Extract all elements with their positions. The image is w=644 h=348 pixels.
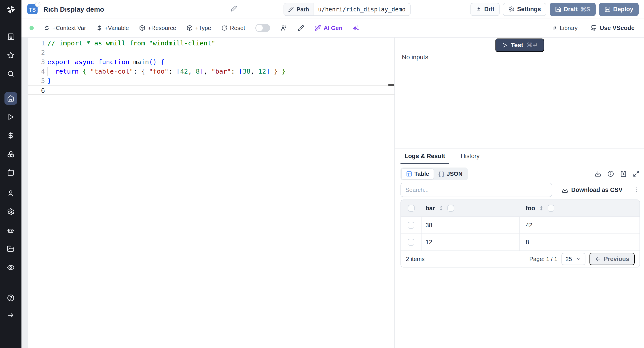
line-number: 4 <box>28 67 45 76</box>
gear-icon <box>508 6 514 12</box>
sidebar-group-top <box>4 30 17 80</box>
tab-logs-result[interactable]: Logs & Result <box>404 148 446 164</box>
ai-suggestions-button[interactable] <box>353 24 359 31</box>
edit-title-pencil-icon[interactable] <box>230 5 237 12</box>
row-checkbox[interactable] <box>408 239 414 246</box>
col-bar-label: bar <box>426 205 435 212</box>
view-table-button[interactable]: Table <box>402 168 434 179</box>
code-text: export async function main() { <box>48 57 164 67</box>
dollar-icon <box>96 25 102 31</box>
code-line-current: 6 <box>28 86 394 95</box>
page-size-select[interactable]: 25 <box>562 253 586 265</box>
line-number: 6 <box>28 86 45 94</box>
format-code-button[interactable] <box>298 24 304 31</box>
refresh-icon <box>222 25 228 31</box>
download-csv-button[interactable]: Download as CSV <box>562 186 622 194</box>
code-text: // import * as wmill from "windmill-clie… <box>48 38 215 48</box>
github-icon <box>590 24 597 31</box>
result-header: Table { } JSON <box>400 167 640 181</box>
multiplayer-button[interactable] <box>280 24 287 31</box>
sidebar-item-user[interactable] <box>4 187 17 200</box>
settings-label: Settings <box>517 6 541 13</box>
add-context-var-label: +Context Var <box>52 24 86 32</box>
search-input[interactable] <box>400 183 552 197</box>
add-variable-button[interactable]: +Variable <box>96 24 129 32</box>
settings-button[interactable]: Settings <box>503 3 546 16</box>
add-type-button[interactable]: +Type <box>186 24 211 32</box>
deploy-button[interactable]: Deploy <box>599 3 639 16</box>
draft-shortcut: ⌘S <box>580 6 590 13</box>
table-body: 3842128 <box>401 217 640 251</box>
eye-icon <box>7 264 14 271</box>
cell-bar: 12 <box>422 234 520 250</box>
sidebar-item-bot[interactable] <box>4 224 17 236</box>
sidebar-item-building[interactable] <box>4 30 17 43</box>
topbar-actions: Diff Settings Draft ⌘S Deploy <box>470 3 639 16</box>
download-icon[interactable] <box>594 170 601 177</box>
view-table-label: Table <box>414 170 429 177</box>
diff-mode-toggle[interactable] <box>255 24 270 32</box>
script-path-chip[interactable]: Path u/henri/rich_display_demo <box>284 3 410 16</box>
add-type-label: +Type <box>195 24 211 32</box>
sidebar-item-eye[interactable] <box>4 261 17 274</box>
toggle-knob <box>256 24 263 31</box>
search-icon <box>7 70 14 78</box>
reset-button[interactable]: Reset <box>222 24 245 32</box>
test-shortcut: ⌘↵ <box>526 42 538 49</box>
save-icon <box>555 6 561 12</box>
header-col-foo: foo <box>520 200 640 216</box>
sidebar-item-help[interactable] <box>4 292 17 304</box>
sort-icon[interactable] <box>438 205 444 211</box>
clipboard-copy-icon[interactable] <box>620 170 627 177</box>
sidebar-item-star[interactable] <box>4 49 17 62</box>
windmill-logo-icon[interactable] <box>6 0 15 19</box>
draft-button[interactable]: Draft ⌘S <box>550 3 596 16</box>
sidebar-item-calendar[interactable] <box>4 166 17 179</box>
status-dot <box>30 26 34 30</box>
add-context-var-button[interactable]: +Context Var <box>44 24 86 32</box>
code-editor[interactable]: 1// import * as wmill from "windmill-cli… <box>22 38 394 348</box>
kebab-menu-icon[interactable] <box>633 186 640 193</box>
typescript-badge: TS <box>27 4 38 15</box>
sidebar-item-dollar[interactable] <box>4 129 17 142</box>
expand-icon[interactable] <box>633 170 640 177</box>
sidebar-item-home[interactable] <box>4 92 17 105</box>
table-footer: 2 items Page: 1 / 1 25 Previous <box>401 251 640 267</box>
diff-icon <box>476 6 482 12</box>
top-bar: TS Rich Display demo Path u/henri/rich_d… <box>22 0 644 19</box>
row-checkbox-cell <box>401 217 422 234</box>
library-button[interactable]: Library <box>551 24 577 32</box>
sort-icon[interactable] <box>538 205 544 211</box>
add-resource-label: +Resource <box>148 24 176 32</box>
settings-icon <box>7 208 14 216</box>
draft-label: Draft <box>564 6 578 13</box>
previous-page-button[interactable]: Previous <box>590 253 634 265</box>
sidebar-item-boxes[interactable] <box>4 148 17 160</box>
col-foo-checkbox[interactable] <box>548 205 554 212</box>
col-bar-checkbox[interactable] <box>448 205 454 212</box>
code-line: 4 return { "table-col": { "foo": [42, 8]… <box>28 67 394 76</box>
select-all-checkbox[interactable] <box>408 205 414 212</box>
sidebar-item-settings[interactable] <box>4 206 17 218</box>
sparkles-icon <box>353 24 359 31</box>
info-icon[interactable] <box>607 170 614 177</box>
row-checkbox[interactable] <box>408 222 414 228</box>
sidebar-item-folder-open[interactable] <box>4 243 17 255</box>
sidebar-item-search[interactable] <box>4 68 17 80</box>
test-button[interactable]: Test ⌘↵ <box>495 38 544 52</box>
result-tabbar: Logs & Result History <box>395 148 644 164</box>
ai-gen-button[interactable]: AI Gen <box>314 24 342 32</box>
page-indicator: Page: 1 / 1 <box>529 256 558 262</box>
view-json-button[interactable]: { } JSON <box>434 169 467 179</box>
dollar-icon <box>44 25 50 31</box>
play-icon <box>501 42 507 48</box>
path-label: Path <box>296 6 309 13</box>
diff-button[interactable]: Diff <box>470 3 500 16</box>
sidebar-item-arrow-right[interactable] <box>4 309 17 322</box>
use-vscode-button[interactable]: Use VScode <box>590 24 634 32</box>
tab-history[interactable]: History <box>460 148 480 164</box>
sidebar-divider <box>0 87 22 87</box>
add-resource-button[interactable]: +Resource <box>139 24 176 32</box>
pencil-icon <box>288 6 294 12</box>
sidebar-item-play[interactable] <box>4 111 17 123</box>
